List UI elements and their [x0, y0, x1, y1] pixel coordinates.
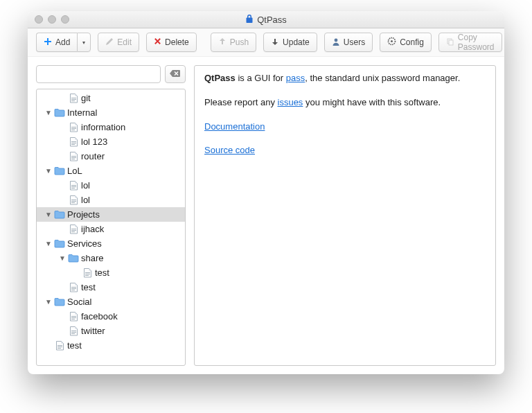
- svg-rect-25: [71, 231, 75, 232]
- tree-item[interactable]: test: [37, 265, 185, 280]
- window-controls: [35, 15, 69, 24]
- push-button[interactable]: Push: [211, 33, 256, 52]
- search-input[interactable]: [36, 65, 161, 83]
- update-button[interactable]: Update: [263, 33, 317, 52]
- source-code-link[interactable]: Source code: [204, 145, 255, 155]
- app-icon: [245, 15, 254, 25]
- close-window-button[interactable]: [35, 15, 43, 24]
- disclosure-triangle-icon[interactable]: ▼: [44, 167, 53, 175]
- svg-point-0: [334, 38, 337, 42]
- folder-icon: [53, 210, 66, 219]
- tree-folder[interactable]: ▼Projects: [37, 207, 185, 222]
- delete-button[interactable]: Delete: [146, 33, 197, 52]
- svg-rect-34: [71, 319, 75, 319]
- tree-folder[interactable]: ▼share: [37, 251, 185, 265]
- plus-icon: [44, 37, 52, 48]
- copy-password-button[interactable]: Copy Password: [438, 33, 502, 52]
- folder-icon: [67, 254, 80, 263]
- svg-rect-27: [85, 274, 90, 274]
- pass-link[interactable]: pass: [286, 73, 305, 83]
- users-label: Users: [344, 37, 365, 47]
- tree-item-label: Services: [66, 238, 102, 249]
- tree-item[interactable]: git: [37, 91, 185, 105]
- disclosure-triangle-icon[interactable]: ▼: [44, 211, 53, 218]
- tree-item[interactable]: test: [37, 338, 185, 353]
- tree-item[interactable]: test: [37, 280, 185, 295]
- tree-folder[interactable]: ▼Social: [37, 295, 185, 309]
- add-dropdown[interactable]: ▾: [77, 33, 91, 52]
- svg-rect-39: [57, 346, 62, 347]
- config-button[interactable]: Config: [380, 33, 432, 52]
- documentation-link[interactable]: Documentation: [204, 121, 265, 132]
- pencil-icon: [105, 37, 114, 48]
- toolbar: Add ▾ Edit Delete Push Update Users: [28, 28, 504, 57]
- file-icon: [67, 225, 80, 234]
- tree-item-label: share: [80, 253, 104, 263]
- tree-item-label: twitter: [80, 326, 105, 336]
- disclosure-triangle-icon[interactable]: ▼: [44, 109, 53, 116]
- edit-button[interactable]: Edit: [98, 33, 139, 52]
- add-button[interactable]: Add: [36, 33, 77, 52]
- svg-rect-10: [71, 130, 75, 130]
- disclosure-triangle-icon[interactable]: ▼: [44, 298, 53, 306]
- svg-rect-7: [71, 100, 75, 101]
- minimize-window-button[interactable]: [48, 15, 56, 24]
- folder-icon: [53, 166, 66, 175]
- svg-rect-37: [71, 333, 75, 334]
- push-label: Push: [230, 37, 249, 47]
- disclosure-triangle-icon[interactable]: ▼: [57, 254, 67, 262]
- content-app-name: QtPass: [204, 73, 236, 83]
- svg-rect-16: [71, 159, 75, 159]
- svg-rect-13: [71, 144, 75, 145]
- edit-label: Edit: [117, 37, 132, 47]
- file-icon: [81, 268, 94, 278]
- password-tree[interactable]: git▼Internalinformationlol 123router▼LoL…: [36, 89, 186, 366]
- tree-item-label: ijhack: [80, 224, 104, 234]
- tree-item[interactable]: facebook: [37, 309, 185, 324]
- gear-icon: [387, 37, 396, 48]
- tree-folder[interactable]: ▼LoL: [37, 164, 185, 178]
- tree-item-label: git: [80, 93, 91, 103]
- tree-item-label: lol: [80, 180, 90, 191]
- tree-item[interactable]: lol: [37, 178, 185, 193]
- tree-item[interactable]: ijhack: [37, 222, 185, 236]
- disclosure-triangle-icon[interactable]: ▼: [44, 240, 53, 247]
- svg-rect-40: [57, 348, 61, 349]
- folder-icon: [53, 108, 66, 117]
- svg-rect-19: [71, 188, 75, 188]
- issues-link[interactable]: issues: [278, 97, 303, 107]
- tree-item[interactable]: lol 123: [37, 134, 185, 149]
- tree-item[interactable]: lol: [37, 193, 185, 207]
- titlebar[interactable]: QtPass: [28, 11, 504, 28]
- file-icon: [67, 181, 80, 191]
- svg-rect-33: [71, 317, 76, 318]
- svg-rect-22: [71, 202, 75, 203]
- tree-folder[interactable]: ▼Services: [37, 236, 185, 251]
- tree-folder[interactable]: ▼Internal: [37, 105, 185, 120]
- tree-item-label: information: [80, 122, 125, 132]
- tree-item-label: Social: [66, 297, 91, 307]
- tree-item[interactable]: information: [37, 120, 185, 134]
- tree-item[interactable]: twitter: [37, 324, 185, 338]
- clear-search-button[interactable]: [165, 65, 186, 83]
- tree-item-label: test: [80, 282, 96, 292]
- backspace-icon: [170, 69, 181, 80]
- tree-item-label: Internal: [66, 107, 97, 118]
- file-icon: [67, 283, 80, 292]
- file-icon: [67, 137, 80, 147]
- svg-rect-9: [71, 128, 76, 129]
- tree-item-label: facebook: [80, 311, 118, 322]
- copy-icon: [446, 37, 454, 48]
- svg-rect-8: [71, 127, 76, 128]
- users-button[interactable]: Users: [324, 33, 373, 52]
- svg-rect-20: [71, 200, 76, 200]
- svg-rect-26: [85, 272, 90, 273]
- file-icon: [67, 326, 80, 336]
- tree-item[interactable]: router: [37, 149, 185, 164]
- file-icon: [53, 341, 66, 351]
- svg-rect-6: [71, 99, 76, 100]
- svg-rect-28: [85, 275, 89, 276]
- zoom-window-button[interactable]: [61, 15, 69, 24]
- svg-rect-12: [71, 143, 76, 143]
- svg-rect-36: [71, 332, 76, 333]
